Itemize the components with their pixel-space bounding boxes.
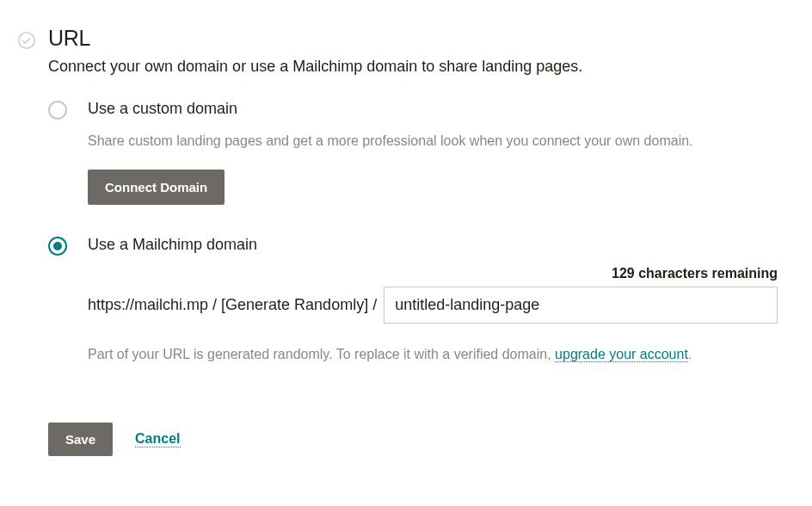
page-title: URL xyxy=(48,26,778,51)
mailchimp-domain-label: Use a Mailchimp domain xyxy=(88,236,778,254)
chars-remaining: 129 characters remaining xyxy=(88,266,778,281)
custom-domain-help: Share custom landing pages and get a mor… xyxy=(88,130,778,152)
cancel-link[interactable]: Cancel xyxy=(135,431,180,447)
status-check-icon xyxy=(17,31,36,50)
url-note: Part of your URL is generated randomly. … xyxy=(88,342,778,366)
url-prefix: https://mailchi.mp / [Generate Randomly]… xyxy=(88,296,377,314)
slug-input[interactable] xyxy=(384,287,778,324)
upgrade-account-link[interactable]: upgrade your account xyxy=(555,347,688,362)
page-description: Connect your own domain or use a Mailchi… xyxy=(48,58,778,76)
connect-domain-button[interactable]: Connect Domain xyxy=(88,170,225,205)
radio-mailchimp-domain[interactable] xyxy=(48,237,67,256)
custom-domain-label: Use a custom domain xyxy=(88,100,778,118)
save-button[interactable]: Save xyxy=(48,423,113,456)
radio-custom-domain[interactable] xyxy=(48,101,67,120)
url-note-suffix: . xyxy=(688,347,692,361)
svg-point-0 xyxy=(19,33,34,48)
url-note-prefix: Part of your URL is generated randomly. … xyxy=(88,347,555,361)
